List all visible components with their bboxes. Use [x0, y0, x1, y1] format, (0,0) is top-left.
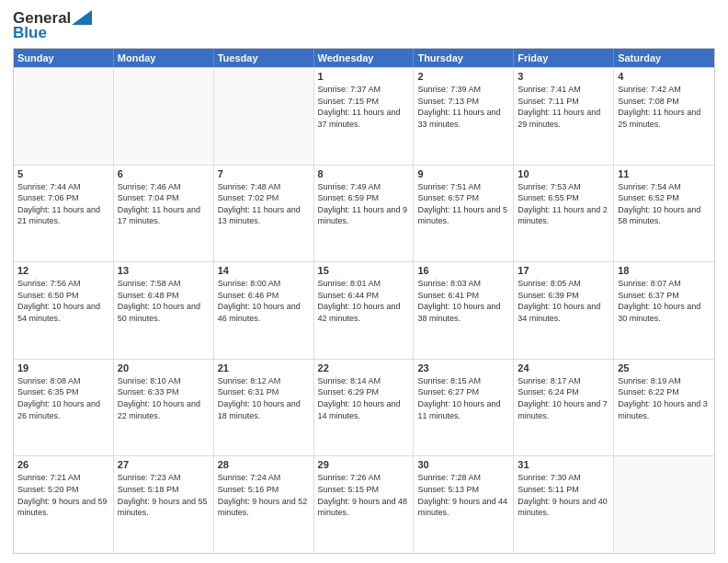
day-number: 18	[618, 265, 711, 276]
day-number: 20	[118, 362, 210, 373]
cell-info: Sunrise: 8:08 AMSunset: 6:35 PMDaylight:…	[17, 375, 109, 421]
empty-cell	[114, 68, 214, 165]
cell-info: Sunrise: 7:26 AMSunset: 5:15 PMDaylight:…	[318, 472, 410, 518]
day-number: 24	[518, 362, 609, 373]
cell-info: Sunrise: 8:17 AMSunset: 6:24 PMDaylight:…	[518, 375, 609, 421]
empty-cell	[614, 456, 714, 553]
day-number: 25	[618, 362, 711, 373]
cell-info: Sunrise: 7:53 AMSunset: 6:55 PMDaylight:…	[518, 181, 609, 227]
day-cell-2: 2Sunrise: 7:39 AMSunset: 7:13 PMDaylight…	[414, 68, 514, 165]
day-number: 23	[417, 362, 509, 373]
day-number: 26	[17, 459, 109, 470]
cell-info: Sunrise: 8:19 AMSunset: 6:22 PMDaylight:…	[618, 375, 711, 421]
day-cell-16: 16Sunrise: 8:03 AMSunset: 6:41 PMDayligh…	[414, 262, 514, 359]
day-cell-4: 4Sunrise: 7:42 AMSunset: 7:08 PMDaylight…	[614, 68, 714, 165]
cell-info: Sunrise: 7:51 AMSunset: 6:57 PMDaylight:…	[417, 181, 509, 227]
day-cell-25: 25Sunrise: 8:19 AMSunset: 6:22 PMDayligh…	[614, 360, 714, 456]
day-of-week-friday: Friday	[514, 49, 614, 67]
day-cell-18: 18Sunrise: 8:07 AMSunset: 6:37 PMDayligh…	[614, 262, 714, 359]
day-cell-3: 3Sunrise: 7:41 AMSunset: 7:11 PMDaylight…	[514, 68, 614, 165]
calendar-week-3: 12Sunrise: 7:56 AMSunset: 6:50 PMDayligh…	[14, 261, 714, 359]
calendar-week-2: 5Sunrise: 7:44 AMSunset: 7:06 PMDaylight…	[14, 165, 714, 262]
calendar: SundayMondayTuesdayWednesdayThursdayFrid…	[13, 48, 715, 554]
cell-info: Sunrise: 7:56 AMSunset: 6:50 PMDaylight:…	[17, 278, 109, 324]
cell-info: Sunrise: 7:24 AMSunset: 5:16 PMDaylight:…	[218, 472, 310, 518]
day-cell-8: 8Sunrise: 7:49 AMSunset: 6:59 PMDaylight…	[314, 166, 415, 262]
cell-info: Sunrise: 7:42 AMSunset: 7:08 PMDaylight:…	[618, 84, 711, 130]
cell-info: Sunrise: 7:46 AMSunset: 7:04 PMDaylight:…	[118, 181, 210, 227]
day-cell-13: 13Sunrise: 7:58 AMSunset: 6:48 PMDayligh…	[114, 262, 214, 359]
day-number: 29	[318, 459, 410, 470]
cell-info: Sunrise: 7:37 AMSunset: 7:15 PMDaylight:…	[318, 84, 410, 130]
day-number: 19	[17, 362, 109, 373]
svg-marker-0	[72, 10, 92, 25]
cell-info: Sunrise: 7:30 AMSunset: 5:11 PMDaylight:…	[518, 472, 609, 518]
cell-info: Sunrise: 7:54 AMSunset: 6:52 PMDaylight:…	[618, 181, 711, 227]
cell-info: Sunrise: 8:00 AMSunset: 6:46 PMDaylight:…	[218, 278, 310, 324]
cell-info: Sunrise: 8:10 AMSunset: 6:33 PMDaylight:…	[118, 375, 210, 421]
day-cell-15: 15Sunrise: 8:01 AMSunset: 6:44 PMDayligh…	[314, 262, 415, 359]
logo-blue-text: Blue	[13, 24, 47, 42]
day-of-week-saturday: Saturday	[614, 49, 714, 67]
day-number: 1	[318, 71, 410, 82]
day-cell-31: 31Sunrise: 7:30 AMSunset: 5:11 PMDayligh…	[514, 456, 614, 553]
cell-info: Sunrise: 8:15 AMSunset: 6:27 PMDaylight:…	[417, 375, 509, 421]
day-cell-11: 11Sunrise: 7:54 AMSunset: 6:52 PMDayligh…	[614, 166, 714, 262]
cell-info: Sunrise: 8:12 AMSunset: 6:31 PMDaylight:…	[218, 375, 310, 421]
cell-info: Sunrise: 8:14 AMSunset: 6:29 PMDaylight:…	[318, 375, 410, 421]
empty-cell	[14, 68, 114, 165]
day-number: 30	[417, 459, 509, 470]
day-number: 12	[17, 265, 109, 276]
day-cell-22: 22Sunrise: 8:14 AMSunset: 6:29 PMDayligh…	[314, 360, 415, 456]
day-cell-7: 7Sunrise: 7:48 AMSunset: 7:02 PMDaylight…	[214, 166, 314, 262]
cell-info: Sunrise: 7:44 AMSunset: 7:06 PMDaylight:…	[17, 181, 109, 227]
day-cell-21: 21Sunrise: 8:12 AMSunset: 6:31 PMDayligh…	[214, 360, 314, 456]
cell-info: Sunrise: 7:49 AMSunset: 6:59 PMDaylight:…	[318, 181, 410, 227]
cell-info: Sunrise: 7:21 AMSunset: 5:20 PMDaylight:…	[17, 472, 109, 518]
day-cell-17: 17Sunrise: 8:05 AMSunset: 6:39 PMDayligh…	[514, 262, 614, 359]
day-number: 11	[618, 168, 711, 179]
calendar-week-1: 1Sunrise: 7:37 AMSunset: 7:15 PMDaylight…	[14, 67, 714, 165]
day-of-week-wednesday: Wednesday	[314, 49, 415, 67]
cell-info: Sunrise: 8:07 AMSunset: 6:37 PMDaylight:…	[618, 278, 711, 324]
day-cell-14: 14Sunrise: 8:00 AMSunset: 6:46 PMDayligh…	[214, 262, 314, 359]
day-cell-24: 24Sunrise: 8:17 AMSunset: 6:24 PMDayligh…	[514, 360, 614, 456]
cell-info: Sunrise: 7:23 AMSunset: 5:18 PMDaylight:…	[118, 472, 210, 518]
day-cell-30: 30Sunrise: 7:28 AMSunset: 5:13 PMDayligh…	[414, 456, 514, 553]
calendar-week-5: 26Sunrise: 7:21 AMSunset: 5:20 PMDayligh…	[14, 455, 714, 553]
cell-info: Sunrise: 7:58 AMSunset: 6:48 PMDaylight:…	[118, 278, 210, 324]
day-cell-26: 26Sunrise: 7:21 AMSunset: 5:20 PMDayligh…	[14, 456, 114, 553]
day-number: 15	[318, 265, 410, 276]
day-number: 3	[518, 71, 609, 82]
day-number: 4	[618, 71, 711, 82]
day-number: 22	[318, 362, 410, 373]
day-number: 5	[17, 168, 109, 179]
calendar-header: SundayMondayTuesdayWednesdayThursdayFrid…	[14, 49, 714, 67]
day-number: 31	[518, 459, 609, 470]
day-cell-29: 29Sunrise: 7:26 AMSunset: 5:15 PMDayligh…	[314, 456, 415, 553]
day-cell-6: 6Sunrise: 7:46 AMSunset: 7:04 PMDaylight…	[114, 166, 214, 262]
day-cell-27: 27Sunrise: 7:23 AMSunset: 5:18 PMDayligh…	[114, 456, 214, 553]
day-number: 27	[118, 459, 210, 470]
empty-cell	[214, 68, 314, 165]
day-cell-28: 28Sunrise: 7:24 AMSunset: 5:16 PMDayligh…	[214, 456, 314, 553]
day-number: 10	[518, 168, 609, 179]
cell-info: Sunrise: 7:48 AMSunset: 7:02 PMDaylight:…	[218, 181, 310, 227]
day-number: 8	[318, 168, 410, 179]
cell-info: Sunrise: 8:01 AMSunset: 6:44 PMDaylight:…	[318, 278, 410, 324]
day-number: 2	[417, 71, 509, 82]
day-of-week-sunday: Sunday	[14, 49, 114, 67]
logo: General Blue	[13, 9, 92, 42]
page: General Blue SundayMondayTuesdayWednesda…	[0, 0, 728, 563]
cell-info: Sunrise: 7:39 AMSunset: 7:13 PMDaylight:…	[417, 84, 509, 130]
day-cell-10: 10Sunrise: 7:53 AMSunset: 6:55 PMDayligh…	[514, 166, 614, 262]
cell-info: Sunrise: 8:03 AMSunset: 6:41 PMDaylight:…	[417, 278, 509, 324]
calendar-week-4: 19Sunrise: 8:08 AMSunset: 6:35 PMDayligh…	[14, 359, 714, 456]
cell-info: Sunrise: 7:28 AMSunset: 5:13 PMDaylight:…	[417, 472, 509, 518]
day-number: 9	[417, 168, 509, 179]
day-of-week-tuesday: Tuesday	[214, 49, 314, 67]
day-of-week-thursday: Thursday	[414, 49, 514, 67]
day-number: 16	[417, 265, 509, 276]
day-number: 17	[518, 265, 609, 276]
cell-info: Sunrise: 8:05 AMSunset: 6:39 PMDaylight:…	[518, 278, 609, 324]
